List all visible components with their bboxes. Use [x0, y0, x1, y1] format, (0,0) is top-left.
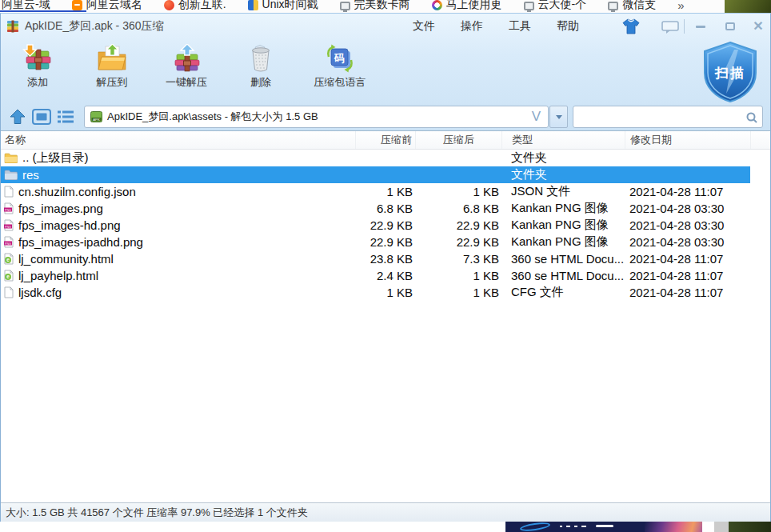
status-bar: 大小: 1.5 GB 共 41567 个文件 压缩率 97.9% 已经选择 1 … [1, 502, 770, 522]
minimize-button[interactable] [687, 14, 714, 39]
address-history-v[interactable]: V [532, 109, 542, 125]
maximize-button[interactable] [717, 14, 744, 39]
window-title: ApkIDE_梦回.apk - 360压缩 [25, 19, 164, 34]
bookmark-item[interactable]: 创新互联. [164, 0, 226, 12]
png-file-icon: PNG [4, 236, 14, 248]
code-language-icon: 码 [324, 44, 356, 73]
file-name: .. (上级目录) [22, 150, 89, 166]
column-headers: 名称 压缩前 压缩后 类型 修改日期 [1, 131, 770, 150]
png-file-icon: PNG [4, 219, 14, 231]
column-header-size-after[interactable]: 压缩后 [415, 131, 501, 149]
menu-file[interactable]: 文件 [413, 19, 435, 34]
status-text: 大小: 1.5 GB 共 41567 个文件 压缩率 97.9% 已经选择 1 … [6, 506, 308, 520]
bookmark-label: 创新互联. [178, 0, 226, 12]
large-icon-view-icon [32, 109, 51, 125]
extract-folder-icon [96, 44, 128, 73]
table-row[interactable]: .. (上级目录) 文件夹 [1, 150, 750, 166]
trash-icon [245, 44, 277, 73]
png-file-icon: PNG [4, 202, 14, 214]
table-row-selected[interactable]: res 文件夹 [1, 166, 750, 183]
search-icon[interactable] [745, 111, 758, 127]
background-gray-patch [714, 522, 729, 532]
unix-icon [248, 0, 258, 10]
column-header-size-before[interactable]: 压缩前 [355, 131, 415, 149]
table-row[interactable]: elj_community.html 23.8 KB 7.3 KB 360 se… [1, 250, 750, 267]
address-dropdown-button[interactable] [549, 106, 568, 128]
svg-text:e: e [6, 257, 10, 262]
bookmark-label: 完美数卡商 [354, 0, 410, 12]
list-view-button[interactable] [54, 106, 78, 127]
feedback-bubble-icon[interactable] [661, 20, 679, 38]
file-icon [4, 286, 14, 298]
menu-help[interactable]: 帮助 [557, 19, 579, 34]
close-button[interactable]: ✕ [745, 14, 771, 39]
shield-icon: 扫描 [700, 41, 761, 103]
table-row[interactable]: PNGfps_images-ipadhd.png 22.9 KB 22.9 KB… [1, 234, 750, 250]
maximize-icon [725, 22, 735, 30]
file-name: fps_images-hd.png [18, 218, 121, 232]
svg-text:APK: APK [93, 118, 100, 122]
bookmark-label: 微信支 [622, 0, 656, 12]
skin-theme-icon[interactable] [621, 18, 641, 38]
menubar: 文件 操作 工具 帮助 [413, 14, 579, 39]
column-header-name[interactable]: 名称 [1, 131, 355, 149]
folder-icon [4, 153, 18, 163]
html-file-icon: e [4, 253, 14, 265]
table-row[interactable]: ljsdk.cfg 1 KB 1 KB CFG 文件 2021-04-28 11… [1, 284, 750, 301]
menu-tools[interactable]: 工具 [509, 19, 531, 34]
search-input[interactable] [573, 106, 762, 127]
menu-operation[interactable]: 操作 [461, 19, 483, 34]
red-circle-icon [164, 0, 174, 10]
archive-language-button[interactable]: 码 压缩包语言 [300, 39, 380, 103]
app-window: ApkIDE_梦回.apk - 360压缩 文件 操作 工具 帮助 [0, 13, 771, 522]
column-header-date[interactable]: 修改日期 [625, 131, 750, 149]
current-path: ApkIDE_梦回.apk\assets - 解包大小为 1.5 GB [107, 110, 318, 124]
add-button[interactable]: 添加 [2, 39, 73, 103]
table-row[interactable]: PNGfps_images-hd.png 22.9 KB 22.9 KB Kan… [1, 217, 750, 234]
table-row[interactable]: cn.shuzilm.config.json 1 KB 1 KB JSON 文件… [1, 183, 750, 200]
column-header-spacer [750, 131, 770, 149]
svg-text:e: e [6, 274, 10, 279]
desktop-wallpaper-corner [725, 0, 771, 13]
extract-to-label: 解压到 [97, 75, 128, 90]
table-row[interactable]: PNGfps_images.png 6.8 KB 6.8 KB Kankan P… [1, 200, 750, 217]
bookmark-item[interactable]: 微信支 [608, 0, 656, 12]
monitor-icon [524, 2, 534, 10]
extract-to-button[interactable]: 解压到 [77, 39, 147, 103]
close-icon: ✕ [753, 20, 763, 33]
bookmark-item[interactable]: Unix时间戳 [248, 0, 318, 12]
file-rows: .. (上级目录) 文件夹 res 文件夹 cn.shuzilm.config.… [1, 150, 750, 301]
background-gradient [645, 522, 702, 532]
background-text-bar [596, 525, 613, 527]
scan-shield-button[interactable]: 扫描 [700, 41, 761, 103]
add-label: 添加 [27, 75, 48, 90]
chevron-down-icon [556, 115, 562, 119]
list-view-icon [56, 110, 75, 124]
background-text-mark [566, 526, 570, 527]
file-icon [4, 186, 14, 198]
table-row[interactable]: elj_payhelp.html 2.4 KB 1 KB 360 se HTML… [1, 267, 750, 284]
one-key-extract-label: 一键解压 [166, 75, 207, 90]
background-browser-bookmarks-bar: 阿里云-域 阿里云域名 创新互联. Unix时间戳 完美数卡商 马上使用更 云大… [0, 0, 771, 13]
bookmark-item[interactable]: 云大使-个 [524, 0, 587, 12]
bookmark-label: 云大使-个 [538, 0, 587, 12]
titlebar: ApkIDE_梦回.apk - 360压缩 文件 操作 工具 帮助 [1, 14, 770, 39]
delete-button[interactable]: 删除 [226, 39, 296, 103]
archive-extract-icon [170, 44, 202, 73]
large-icon-view-button[interactable] [30, 106, 54, 127]
svg-text:码: 码 [334, 52, 345, 64]
scan-label: 扫描 [714, 66, 745, 81]
background-text-mark [574, 526, 577, 527]
one-key-extract-button[interactable]: 一键解压 [151, 39, 222, 103]
address-field[interactable]: APK ApkIDE_梦回.apk\assets - 解包大小为 1.5 GB … [84, 106, 549, 128]
up-directory-button[interactable] [6, 106, 30, 127]
apk-file-icon: APK [90, 111, 102, 122]
bookmarks-overflow-chevron-icon[interactable]: » [677, 0, 684, 12]
bookmark-item[interactable]: 完美数卡商 [340, 0, 410, 12]
file-name: ljsdk.cfg [18, 286, 62, 299]
titlebar-separator [684, 19, 685, 34]
up-arrow-icon [9, 108, 26, 126]
file-name: fps_images-ipadhd.png [18, 235, 143, 249]
bookmark-item[interactable]: 马上使用更 [432, 0, 502, 12]
column-header-type[interactable]: 类型 [501, 131, 625, 149]
